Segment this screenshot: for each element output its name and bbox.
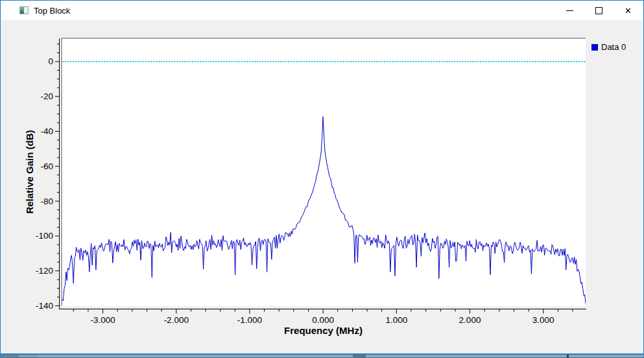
svg-text:-140: -140 <box>36 301 53 311</box>
legend[interactable]: Data 0 <box>591 42 626 52</box>
svg-text:-2.000: -2.000 <box>164 315 189 325</box>
svg-text:3.000: 3.000 <box>532 315 555 325</box>
maximize-icon <box>595 7 602 14</box>
plot-canvas[interactable] <box>61 38 586 306</box>
svg-text:0.000: 0.000 <box>312 315 334 325</box>
title-bar[interactable]: Top Block ✕ <box>1 1 643 20</box>
svg-text:-20: -20 <box>40 91 53 101</box>
svg-text:-1.000: -1.000 <box>237 315 262 325</box>
window-controls: ✕ <box>555 1 643 20</box>
svg-text:-120: -120 <box>36 266 53 276</box>
legend-swatch-data0 <box>591 44 598 51</box>
window-title: Top Block <box>34 6 70 16</box>
close-icon: ✕ <box>625 6 632 15</box>
svg-text:-3.000: -3.000 <box>90 315 115 325</box>
minimize-icon <box>566 10 573 11</box>
svg-text:-80: -80 <box>40 197 53 206</box>
close-button[interactable]: ✕ <box>614 1 643 20</box>
y-axis-title: Relative Gain (dB) <box>24 130 35 213</box>
x-axis-title: Frequency (MHz) <box>245 325 401 336</box>
svg-text:-100: -100 <box>36 231 53 241</box>
maximize-button[interactable] <box>584 1 614 20</box>
app-window: Top Block ✕ 0-20-40-60-80-100-120-140-3.… <box>0 0 644 358</box>
svg-text:1.000: 1.000 <box>385 315 407 325</box>
svg-text:-60: -60 <box>40 161 53 171</box>
legend-label-data0: Data 0 <box>601 42 626 52</box>
minimize-button[interactable] <box>555 1 584 20</box>
svg-text:0: 0 <box>48 56 53 66</box>
background-window-edge <box>1 355 643 358</box>
app-window-icon <box>19 6 29 14</box>
svg-text:2.000: 2.000 <box>459 315 481 325</box>
svg-text:-40: -40 <box>40 126 53 136</box>
